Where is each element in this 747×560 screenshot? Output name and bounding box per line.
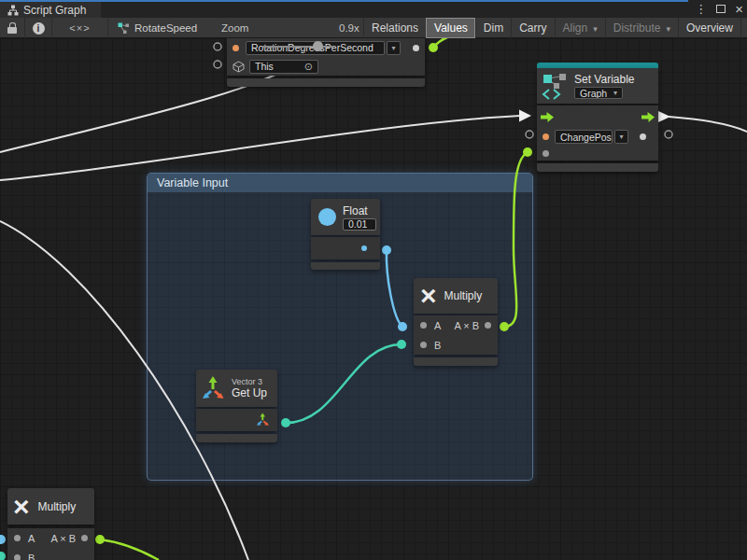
node-footer[interactable] <box>537 163 658 172</box>
dropdown-arrow-icon[interactable] <box>387 41 401 55</box>
toolbar-button-overview[interactable]: Overview <box>678 18 740 38</box>
toolbar-button-relations[interactable]: Relations <box>363 18 426 38</box>
port-label-b: B <box>28 553 35 560</box>
node-title: Multiply <box>444 289 483 302</box>
node-float-literal[interactable]: Float 0.01 <box>311 199 380 270</box>
node-get-up[interactable]: Vector 3 Get Up <box>196 370 277 442</box>
port-variable-name[interactable] <box>543 133 549 140</box>
node-title: Float <box>343 204 376 217</box>
port-variable-name[interactable] <box>233 45 239 51</box>
port-value-input[interactable] <box>543 150 549 157</box>
port-input-a[interactable] <box>420 322 427 329</box>
window-maximize-icon[interactable] <box>716 5 726 13</box>
toolbar-button-carry[interactable]: Carry <box>511 18 554 38</box>
dropdown-arrow-icon[interactable] <box>614 130 628 144</box>
control-output-arrow-icon[interactable] <box>641 111 655 123</box>
window-close-icon[interactable]: × <box>735 0 743 18</box>
breadcrumb[interactable]: RotateSpeed <box>118 18 197 38</box>
focus-accent-line <box>0 0 688 2</box>
variable-scope-dropdown[interactable]: Graph ▾ <box>574 87 623 99</box>
tab-script-graph[interactable]: Script Graph <box>0 2 101 18</box>
lock-icon <box>7 22 17 34</box>
toolbar-button-values[interactable]: Values <box>426 18 475 38</box>
zoom-value: 0.9x <box>339 18 359 38</box>
port-output-result[interactable] <box>81 535 88 541</box>
graph-variable-icon <box>541 72 569 100</box>
port-label-result: A × B <box>50 533 76 544</box>
node-multiply[interactable]: Multiply A A × B B <box>414 278 498 366</box>
port-label-b: B <box>434 340 441 351</box>
port-label-a: A <box>28 533 35 544</box>
tab-title: Script Graph <box>23 4 86 17</box>
node-title: Multiply <box>38 500 77 513</box>
port-output-result[interactable] <box>485 322 491 329</box>
object-picker-icon[interactable] <box>304 62 313 72</box>
lock-button[interactable] <box>0 18 25 38</box>
code-icon: <×> <box>69 22 90 34</box>
variable-name-dropdown[interactable]: RotationDegreesPerSecond <box>246 41 401 55</box>
float-type-icon <box>318 208 336 226</box>
control-input-arrow-icon[interactable] <box>540 111 555 123</box>
port-input-b[interactable] <box>14 554 21 560</box>
graph-toolbar: <×> RotateSpeed Zoom 0.9x Relations Valu… <box>0 18 747 38</box>
window-menu-icon[interactable]: ⋮ <box>695 0 707 18</box>
vector3-icon <box>201 375 226 402</box>
multiply-icon <box>420 284 437 308</box>
port-value-output[interactable] <box>640 133 646 140</box>
node-footer[interactable] <box>414 357 498 366</box>
zoom-label: Zoom <box>221 18 248 38</box>
group-title: Variable Input <box>157 176 228 189</box>
node-title: Get Up <box>232 386 267 399</box>
code-preview-button[interactable]: <×> <box>52 18 108 38</box>
cube-icon <box>233 61 245 73</box>
node-multiply-bottom[interactable]: Multiply A A × B B <box>7 488 94 560</box>
port-float-output[interactable] <box>361 245 367 251</box>
target-field[interactable]: This <box>249 60 318 74</box>
variable-name-dropdown[interactable]: ChangePos <box>555 130 628 144</box>
port-value-output[interactable] <box>413 45 419 51</box>
port-label-result: A × B <box>454 320 479 331</box>
graph-tab-icon <box>7 5 19 16</box>
node-footer[interactable] <box>311 262 380 270</box>
info-icon <box>33 22 45 35</box>
breadcrumb-label: RotateSpeed <box>134 22 197 34</box>
script-graph-window: Variable Input <box>0 0 747 560</box>
target-value: This <box>255 61 274 72</box>
port-vector3-output[interactable] <box>256 413 270 427</box>
window-tab-bar: Script Graph ⋮ × <box>0 0 747 18</box>
inspect-button[interactable] <box>25 18 52 38</box>
group-header[interactable]: Variable Input <box>148 174 532 192</box>
port-input-b[interactable] <box>420 342 427 348</box>
toolbar-button-align[interactable]: Align <box>555 18 605 38</box>
toolbar-button-full-screen[interactable]: Full Screen <box>740 18 747 38</box>
toolbar-button-dim[interactable]: Dim <box>475 18 511 38</box>
graph-breadcrumb-icon <box>118 22 130 35</box>
port-input-a[interactable] <box>14 535 21 541</box>
float-value-field[interactable]: 0.01 <box>343 218 376 231</box>
multiply-icon <box>13 495 30 519</box>
zoom-slider-handle[interactable] <box>313 41 323 51</box>
node-title: Set Variable <box>574 73 634 86</box>
port-label-a: A <box>434 320 441 331</box>
node-set-variable[interactable]: Set Variable Graph ▾ ChangePo <box>537 63 658 172</box>
node-type-label: Vector 3 <box>232 377 267 386</box>
toolbar-button-distribute[interactable]: Distribute <box>605 18 678 38</box>
node-footer[interactable] <box>196 434 277 442</box>
variable-name-value[interactable]: ChangePos <box>555 130 613 144</box>
node-footer[interactable] <box>227 78 425 87</box>
scope-value: Graph <box>580 88 607 99</box>
